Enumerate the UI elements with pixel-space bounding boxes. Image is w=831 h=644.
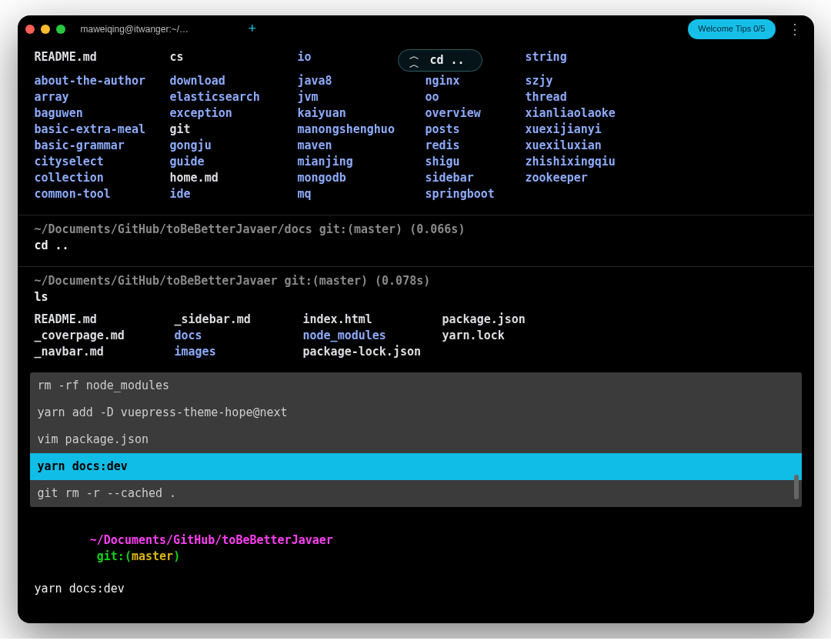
ls-item: collection (35, 170, 170, 186)
ls-item: git (170, 122, 298, 138)
ls-item: overview (426, 105, 526, 122)
ls-item: java8 (298, 73, 398, 89)
history-scrollbar[interactable] (794, 380, 799, 499)
history-item[interactable]: yarn docs:dev (30, 453, 802, 480)
bubble-text: cd .. (430, 52, 465, 68)
close-icon[interactable] (25, 25, 35, 34)
ls-item: images (175, 344, 303, 360)
tab-bar: maweiqing@itwanger:~/Documents/GitHub/to… (76, 19, 689, 38)
command-block-cd: ~/Documents/GitHub/toBeBetterJavaer/docs… (18, 215, 814, 266)
prompt-path: ~/Documents/GitHub/toBeBetterJavaer (90, 533, 333, 547)
history-autocomplete: rm -rf node_modulesyarn add -D vuepress-… (30, 372, 802, 507)
scrollbar-thumb[interactable] (794, 475, 799, 499)
ls-item: exception (170, 105, 298, 122)
ls-item: cityselect (35, 154, 170, 170)
ls-item: _navbar.md (35, 344, 175, 360)
new-tab-button[interactable]: + (225, 19, 257, 38)
ls-item: thread (526, 89, 797, 105)
ls-item: README.md (35, 49, 170, 73)
ls-item: ide (170, 186, 298, 202)
ls-item: springboot (426, 186, 526, 202)
ls-item: package-lock.json (303, 344, 442, 360)
ls-item: mq (298, 186, 398, 202)
ls-item: mongodb (298, 170, 398, 186)
ls-item: zookeeper (526, 170, 797, 186)
ls-item: yarn.lock (442, 328, 797, 344)
ls-item: gongju (170, 138, 298, 154)
command-block-ls: ~/Documents/GitHub/toBeBetterJavaer git:… (18, 266, 814, 372)
terminal-window: maweiqing@itwanger:~/Documents/GitHub/to… (18, 15, 814, 623)
ls-item: package.json (442, 312, 797, 328)
ls-item: index.html (303, 312, 442, 328)
ls-item: redis (426, 138, 526, 154)
ls-item: guide (170, 154, 298, 170)
ls-item: basic-grammar (35, 138, 170, 154)
ls-item: baguwen (35, 105, 170, 122)
ls-item: node_modules (303, 328, 442, 344)
ls-item: about-the-author (35, 73, 170, 89)
command-text: cd .. (35, 238, 797, 254)
ls-output-docs: README.mdcsio︿︿cd ..stringabout-the-auth… (18, 43, 814, 215)
window-controls (25, 25, 65, 34)
ls-item: szjy (526, 73, 797, 89)
ls-item: jvm (298, 89, 398, 105)
ls-item: shigu (426, 154, 526, 170)
prompt-line: ~/Documents/GitHub/toBeBetterJavaer git:… (35, 516, 797, 581)
ls-item: docs (175, 328, 303, 344)
ls-item: xuexiluxian (526, 138, 797, 154)
ls-item: home.md (170, 170, 298, 186)
ls-item: basic-extra-meal (35, 122, 170, 138)
ls-item: zhishixingqiu (526, 154, 797, 170)
ls-item: cs (170, 49, 298, 73)
git-label: git:( (90, 549, 132, 563)
titlebar: maweiqing@itwanger:~/Documents/GitHub/to… (18, 15, 814, 43)
command-text: ls (35, 289, 797, 305)
ls-item: array (35, 89, 170, 105)
terminal-content: README.mdcsio︿︿cd ..stringabout-the-auth… (18, 43, 814, 623)
ls-item: common-tool (35, 186, 170, 202)
ls-item: mianjing (298, 154, 398, 170)
prompt-path: ~/Documents/GitHub/toBeBetterJavaer git:… (35, 273, 797, 289)
ls-item: nginx (426, 73, 526, 89)
prompt-path: ~/Documents/GitHub/toBeBetterJavaer/docs… (35, 222, 797, 238)
ls-item: xianliaolaoke (526, 105, 797, 122)
ls-item: posts (426, 122, 526, 138)
ls-item: download (170, 73, 298, 89)
ls-item: io (298, 49, 398, 73)
zoom-icon[interactable] (56, 25, 65, 34)
ls-item: README.md (35, 312, 175, 328)
history-item[interactable]: git rm -r --cached . (30, 480, 802, 507)
history-item[interactable]: rm -rf node_modules (30, 372, 802, 399)
tab-active[interactable]: maweiqing@itwanger:~/Documents/GitHub/to… (76, 20, 215, 39)
history-item[interactable]: vim package.json (30, 426, 802, 453)
ls-item: manongshenghuo (298, 122, 398, 138)
welcome-tips-badge[interactable]: Welcome Tips 0/5 (688, 19, 775, 38)
ls-item: xuexijianyi (526, 122, 797, 138)
current-prompt: ~/Documents/GitHub/toBeBetterJavaer git:… (18, 507, 814, 597)
ls-item: kaiyuan (298, 105, 398, 122)
more-icon[interactable]: ⋮ (776, 19, 806, 38)
ls-item: string (526, 49, 797, 73)
history-item[interactable]: yarn add -D vuepress-theme-hope@next (30, 399, 802, 426)
ls-item: elasticsearch (170, 89, 298, 105)
ls-item: oo (426, 89, 526, 105)
chevron-up-icon: ︿︿ (409, 52, 419, 68)
command-input[interactable]: yarn docs:dev (35, 581, 797, 597)
ls-item: sidebar (426, 170, 526, 186)
git-branch: master (132, 549, 173, 563)
history-bubble[interactable]: ︿︿cd .. (398, 48, 526, 72)
ls-item: _coverpage.md (35, 328, 175, 344)
ls-item: _sidebar.md (175, 312, 303, 328)
minimize-icon[interactable] (41, 25, 50, 34)
ls-item: maven (298, 138, 398, 154)
